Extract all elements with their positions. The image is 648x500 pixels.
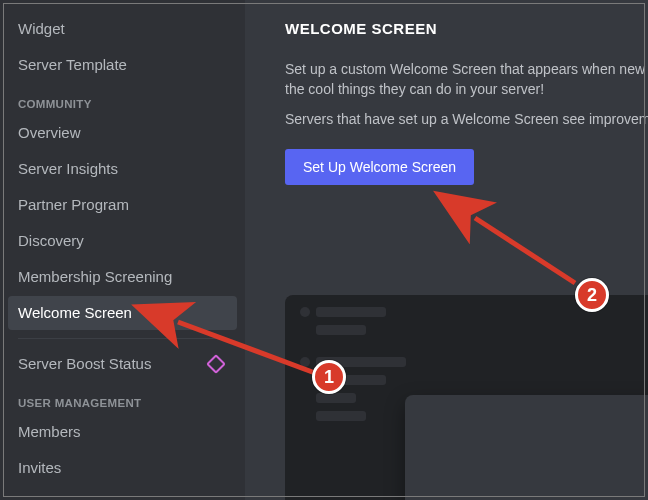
- sidebar-item-label: Membership Screening: [18, 266, 172, 288]
- sidebar-item-label: Partner Program: [18, 194, 129, 216]
- sidebar-item-label: Discovery: [18, 230, 84, 252]
- sidebar-header-user-management: USER MANAGEMENT: [8, 383, 237, 413]
- sidebar-item-label: Server Boost Status: [18, 353, 151, 375]
- sidebar-item-server-template[interactable]: Server Template: [8, 48, 237, 82]
- sidebar-item-invites[interactable]: Invites: [8, 451, 237, 485]
- description-line: Servers that have set up a Welcome Scree…: [285, 109, 648, 129]
- main-content: WELCOME SCREEN Set up a custom Welcome S…: [245, 0, 648, 500]
- sidebar-item-label: Widget: [18, 18, 65, 40]
- sidebar-item-members[interactable]: Members: [8, 415, 237, 449]
- sidebar-item-label: Members: [18, 421, 81, 443]
- boost-gem-icon: [206, 354, 226, 374]
- sidebar-item-discovery[interactable]: Discovery: [8, 224, 237, 258]
- page-title: WELCOME SCREEN: [285, 20, 648, 37]
- sidebar-item-membership-screening[interactable]: Membership Screening: [8, 260, 237, 294]
- sidebar-item-welcome-screen[interactable]: Welcome Screen: [8, 296, 237, 330]
- preview-skeleton: [300, 307, 406, 421]
- sidebar-item-widget[interactable]: Widget: [8, 12, 237, 46]
- welcome-preview-card: Welcome to W: [285, 295, 648, 500]
- settings-sidebar: Widget Server Template COMMUNITY Overvie…: [0, 0, 245, 500]
- sidebar-item-label: Server Template: [18, 54, 127, 76]
- sidebar-item-label: Invites: [18, 457, 61, 479]
- sidebar-item-label: Welcome Screen: [18, 302, 132, 324]
- sidebar-item-partner-program[interactable]: Partner Program: [8, 188, 237, 222]
- sidebar-item-server-insights[interactable]: Server Insights: [8, 152, 237, 186]
- sidebar-item-server-boost[interactable]: Server Boost Status: [8, 347, 237, 381]
- sidebar-item-overview[interactable]: Overview: [8, 116, 237, 150]
- sidebar-item-label: Overview: [18, 122, 81, 144]
- sidebar-header-community: COMMUNITY: [8, 84, 237, 114]
- sidebar-item-label: Server Insights: [18, 158, 118, 180]
- preview-modal: Welcome to W: [405, 395, 648, 500]
- description-line: Set up a custom Welcome Screen that appe…: [285, 59, 648, 99]
- setup-welcome-screen-button[interactable]: Set Up Welcome Screen: [285, 149, 474, 185]
- app-root: Widget Server Template COMMUNITY Overvie…: [0, 0, 648, 500]
- sidebar-divider: [18, 338, 227, 339]
